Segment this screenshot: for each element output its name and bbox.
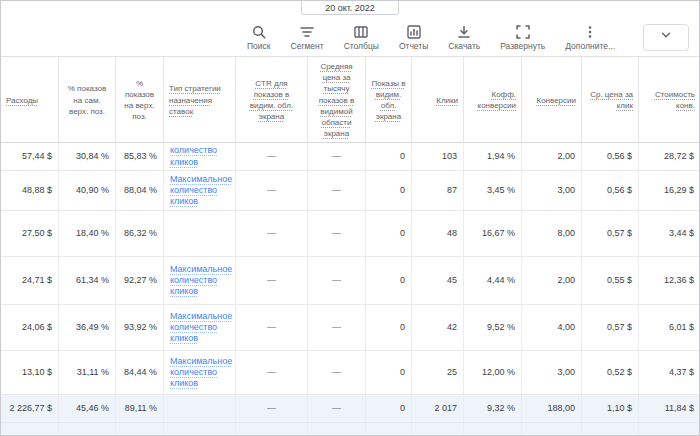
table-row: 57,44 $30,84 %85,83 %количество кликов——… [1,143,699,171]
bid-strategy-link[interactable]: количество кликов [170,145,229,168]
expand-icon [515,24,531,40]
column-header[interactable]: % показов на верх. поз. [116,57,164,143]
cell: 45 [412,257,464,304]
cell: 0 [366,211,412,256]
cell: 3,00 [522,171,582,210]
column-header[interactable]: CTR для показов в видим. обл. экрана [236,57,308,143]
toolbar-button-expand[interactable]: Развернуть [500,24,545,51]
cell: 85,83 % [116,143,164,170]
toolbar-label: Столбцы [344,41,379,51]
column-header[interactable]: Тип стратегии назначения ставок [164,57,236,143]
bid-strategy-link[interactable]: Максимальное количество кликов [170,356,232,390]
column-header[interactable]: Показы в видим. обл. экрана [366,57,412,143]
cell: 0 [366,351,412,394]
column-header-label: Кофф. конверсии [469,89,516,111]
cell: 45,46 % [59,395,116,422]
cell: 0 [366,257,412,304]
cell: 36,49 % [59,305,116,350]
column-header[interactable]: % показов на сам. верх. поз. [59,57,116,143]
cell: 0 [366,423,412,436]
table-header-row: Расходы% показов на сам. верх. поз.% пок… [1,57,699,143]
cell: 188,00 [522,423,582,436]
cell: 3,00 [522,351,582,394]
cell: 0 [366,305,412,350]
summary-row: 2 226,77 $45,46 %89,11 %——02 0179,32 %18… [1,395,699,423]
cell: 1,94 % [464,143,522,170]
cell: — [236,351,308,394]
collapse-table-button[interactable] [643,24,689,51]
cell: 103 [412,143,464,170]
cell: 25 [412,351,464,394]
cell: 0,57 $ [582,211,639,256]
column-header[interactable]: Расходы [1,57,59,143]
column-header-label: % показов на верх. поз. [121,78,158,123]
column-header-label: Клики [436,95,458,106]
column-header[interactable]: Средняя цена за тысячу показов в видимой… [308,57,366,143]
toolbar-button-more[interactable]: Дополните... [565,24,615,51]
toolbar-button-download[interactable]: Скачать [448,24,480,51]
toolbar-label: Дополните... [565,41,615,51]
column-header-label: Ср. цена за клик [587,89,633,111]
cell: 57,44 $ [1,143,59,170]
toolbar-button-segment[interactable]: Сегмент [291,24,324,51]
column-header[interactable]: Конверсии [522,57,582,143]
column-header-label: Показы в видим. обл. экрана [371,78,406,123]
cell: 0,57 $ [582,305,639,350]
cell: 88,04 % [116,171,164,210]
cell: 13,10 $ [1,351,59,394]
cell: — [308,305,366,350]
column-header[interactable]: Кофф. конверсии [464,57,522,143]
cell: 48,88 $ [1,171,59,210]
cell: 0,55 $ [582,257,639,304]
cell: 2 226,77 $ [1,395,59,422]
date-range-button[interactable]: 20 окт. 2022 [301,1,399,15]
bid-strategy-link[interactable]: Максимальное количество кликов [170,174,232,208]
column-header[interactable]: Клики [412,57,464,143]
toolbar-button-columns[interactable]: Столбцы [344,24,379,51]
cell: 28,72 $ [639,143,700,170]
cell: 2 017 [412,423,464,436]
cell: 9,52 % [464,305,522,350]
cell: 45,46 % [59,423,116,436]
cell: 2 226,77 $ [1,423,59,436]
cell: 12,36 $ [639,257,700,304]
bid-strategy-link[interactable]: Максимальное количество кликов [170,264,232,298]
column-header[interactable]: Ср. цена за клик [582,57,639,143]
cell: 9,32 % [464,395,522,422]
cell: 40,90 % [59,171,116,210]
cell: 0,52 $ [582,351,639,394]
cell: 188,00 [522,395,582,422]
cell: 12,00 % [464,351,522,394]
cell: — [236,211,308,256]
cell: 0 [366,171,412,210]
cell: 89,11 % [116,423,164,436]
column-header[interactable]: Стоимость конв. [639,57,700,143]
cell: Максимальное количество кликов [164,257,236,304]
column-header-label: Стоимость конв. [644,89,695,111]
cell: 2 017 [412,395,464,422]
cell: 2,00 [522,257,582,304]
search-icon [251,24,267,40]
cell: 1,10 $ [582,423,639,436]
toolbar-button-search[interactable]: Поиск [247,24,271,51]
column-header-label: CTR для показов в видим. обл. экрана [241,78,302,123]
cell: 48 [412,211,464,256]
download-icon [456,24,472,40]
table-toolbar: ПоискСегментСтолбцыОтчетыСкачатьРазверну… [1,16,699,57]
cell: — [308,171,366,210]
cell: 1,10 $ [582,395,639,422]
cell: — [308,143,366,170]
toolbar-label: Отчеты [399,41,428,51]
cell: Максимальное количество кликов [164,305,236,350]
cell: — [236,257,308,304]
toolbar-label: Скачать [448,41,480,51]
cell: Максимальное количество кликов [164,171,236,210]
cell: 6,01 $ [639,305,700,350]
bid-strategy-link[interactable]: Максимальное количество кликов [170,311,232,345]
table-row: 48,88 $40,90 %88,04 %Максимальное количе… [1,171,699,211]
column-header-label: Тип стратегии назначения ставок [169,83,230,117]
toolbar-button-reports[interactable]: Отчеты [399,24,428,51]
segment-icon [299,24,315,40]
top-bar: 20 окт. 2022 [1,1,699,16]
cell: 16,67 % [464,211,522,256]
